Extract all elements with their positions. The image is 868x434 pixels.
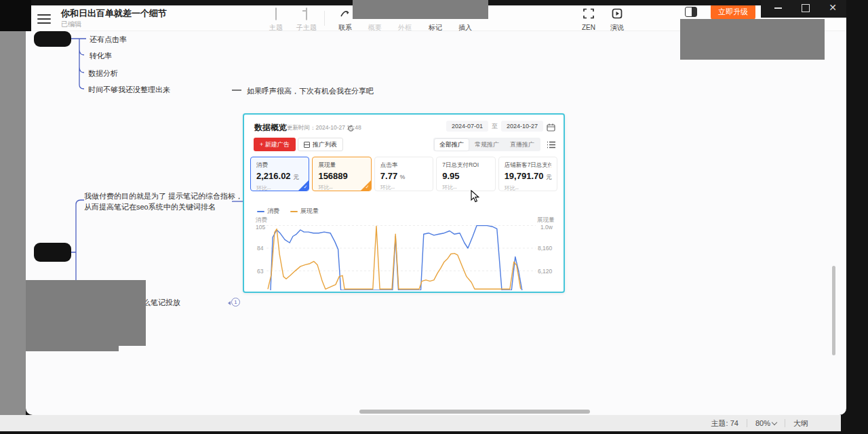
toolbar-subtopic-button[interactable]: 子主题	[292, 8, 321, 33]
selected-check-icon: ✓	[298, 180, 309, 191]
upgrade-button[interactable]: 立即升级	[711, 5, 755, 20]
chevron-down-icon	[772, 419, 777, 425]
subtopic-icon	[292, 8, 321, 19]
segment-normal[interactable]: 常规推广	[470, 139, 504, 151]
metric-card-roi[interactable]: 7日总支付ROI 9.95 环比--	[436, 157, 495, 191]
date-separator: 至	[492, 122, 498, 131]
redaction-toolbar	[353, 0, 488, 19]
mindmap-callout[interactable]: 如果呼声很高，下次有机会我在分享吧	[247, 86, 374, 96]
format-panel-toggle-icon[interactable]	[685, 7, 697, 17]
left-tick-105: 105	[256, 224, 265, 231]
metric-card-impressions[interactable]: 展现量 156889 环比-- ✓	[312, 157, 371, 191]
mindmap-node-paid-goal[interactable]: 我做付费的目的就是为了 提示笔记的综合指标， 从而提高笔记在seo系统中的关键词…	[84, 191, 243, 212]
metric-card-ctr[interactable]: 点击率 7.77 % 环比--	[374, 157, 433, 191]
selected-check-icon: ✓	[361, 180, 371, 191]
trend-chart	[267, 224, 536, 290]
mindmap-node-analysis[interactable]: 数据分析	[88, 68, 118, 79]
legend-spend[interactable]: 消费	[257, 207, 279, 216]
metric-list-icon[interactable]	[547, 140, 556, 149]
topic-count: 主题: 74	[711, 418, 738, 429]
refresh-icon[interactable]	[347, 123, 355, 130]
present-play-icon	[602, 8, 632, 19]
horizontal-scrollbar[interactable]	[359, 410, 590, 414]
promotion-type-segments: 全部推广 常规推广 直播推广	[433, 138, 540, 151]
metric-cards: 消费 2,216.02 元 环比-- ✓ 展现量 156889 环比-- ✓ 点…	[250, 157, 557, 191]
left-tick-84: 84	[257, 245, 263, 252]
metric-card-spend[interactable]: 消费 2,216.02 元 环比-- ✓	[250, 157, 309, 191]
app-window: 你和日出百单就差一个细节 已编辑 主题 子主题 联系 概要	[26, 5, 846, 415]
legend-impressions[interactable]: 展现量	[290, 207, 319, 216]
maximize-button[interactable]	[800, 3, 811, 12]
mindmap-node-conversion[interactable]: 转化率	[90, 51, 112, 61]
calendar-icon[interactable]	[547, 122, 555, 130]
zen-mode-icon	[574, 8, 604, 19]
window-controls: ✕	[773, 3, 838, 12]
date-end[interactable]: 2024-10-27	[501, 121, 543, 132]
mindmap-node-ctr[interactable]: 还有点击率	[90, 35, 127, 45]
redacted-topic-node-mid[interactable]	[34, 243, 71, 262]
new-ad-button[interactable]: + 新建广告	[254, 138, 296, 151]
redaction-bottom-left-tail	[26, 346, 119, 351]
status-bar: 主题: 74 80% 大纲	[0, 415, 841, 431]
zoom-control[interactable]: 80%	[755, 419, 776, 427]
chart-legend: 消费 展现量	[257, 207, 319, 216]
right-tick-6120: 6,120	[538, 268, 552, 275]
embedded-dashboard-image[interactable]: 数据概览 更新时间：2024-10-27 10:48 2024-07-01 至 …	[243, 113, 565, 293]
promo-list-button[interactable]: 推广列表	[298, 138, 343, 151]
right-tick-8160: 8,160	[538, 245, 552, 252]
promo-list-icon	[304, 142, 310, 148]
dashboard-title: 数据概览	[254, 122, 287, 134]
segment-all[interactable]: 全部推广	[435, 139, 469, 151]
app-root: 你和日出百单就差一个细节 已编辑 主题 子主题 联系 概要	[0, 0, 868, 434]
document-title: 你和日出百单就差一个细节	[61, 7, 167, 20]
metric-card-payment[interactable]: 店铺新客7日总支付金额 19,791.70 元 环比--	[498, 157, 557, 191]
redacted-topic-node-top[interactable]	[34, 31, 71, 47]
left-gray-strip	[0, 0, 26, 426]
toolbar-divider	[324, 11, 325, 26]
close-button[interactable]: ✕	[827, 3, 838, 12]
relation-icon	[340, 8, 351, 19]
toolbar-topic-button[interactable]: 主题	[261, 8, 291, 33]
top-left-black-block	[0, 0, 31, 31]
redaction-bottom-left	[26, 280, 146, 346]
redaction-top-right	[680, 19, 825, 60]
right-tick-1w: 1.0w	[540, 224, 553, 231]
bottom-dark-edge	[0, 431, 868, 434]
right-dark-edge	[846, 0, 868, 434]
date-start[interactable]: 2024-07-01	[446, 121, 488, 132]
toolbar-zen-button[interactable]: ZEN	[574, 8, 604, 33]
document-edited-status: 已编辑	[61, 20, 81, 29]
segment-live[interactable]: 直播推广	[505, 139, 539, 151]
minimize-button[interactable]	[773, 3, 784, 12]
topic-icon	[261, 8, 291, 19]
mindmap-node-no-time[interactable]: 时间不够我还没整理出来	[88, 85, 170, 95]
topic-link-badge[interactable]: 1	[231, 298, 240, 307]
outline-button[interactable]: 大纲	[793, 418, 808, 429]
hamburger-menu-icon[interactable]	[37, 12, 51, 24]
date-range-picker: 2024-07-01 至 2024-10-27	[446, 121, 555, 132]
left-tick-63: 63	[257, 268, 263, 275]
toolbar-present-button[interactable]: 演说	[602, 8, 632, 33]
vertical-scrollbar[interactable]	[832, 266, 835, 355]
